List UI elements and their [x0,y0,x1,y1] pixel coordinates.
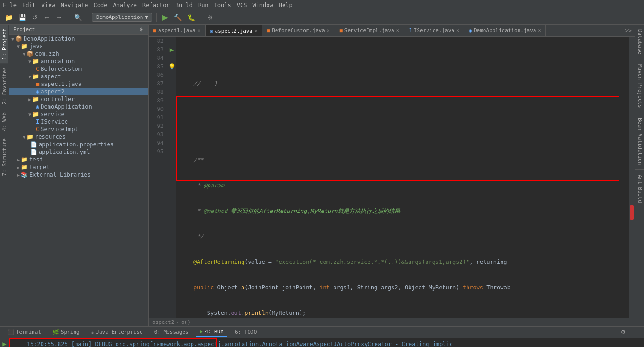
toolbar-search-btn[interactable]: 🔍 [72,13,84,22]
menu-refactor[interactable]: Refactor [142,2,170,8]
tree-item-aspect[interactable]: ▼ 📁 aspect [9,73,148,80]
code-editor[interactable]: 82 83 84 85 86 87 88 89 90 91 92 93 94 9… [149,37,635,318]
toolbar-save-btn[interactable]: 💾 [17,13,28,22]
menu-help[interactable]: Help [279,2,293,8]
menu-tools[interactable]: Tools [214,2,231,8]
tab-demoapplication[interactable]: ◉ DemoApplication.java × [464,25,546,37]
right-tab-bean[interactable]: Bean Validation [635,113,644,170]
tab-close-icon[interactable]: × [456,28,459,33]
run-play-icon[interactable]: ▶ [2,340,6,347]
menu-window[interactable]: Window [252,2,273,8]
tree-item-comzzh[interactable]: ▼ 📦 com.zzh [9,50,148,58]
hint-icon[interactable]: 💡 [168,63,176,70]
terminal-label: Terminal [16,329,41,335]
line-90-args2: args2, Object MyReturn) [381,283,462,292]
settings-btn[interactable]: ⚙ [205,13,215,22]
tree-item-service[interactable]: ▼ 📁 service [9,110,148,118]
tree-item-java[interactable]: ▼ 📁 java [9,42,148,50]
project-panel-settings-btn[interactable]: ⚙ [138,27,144,32]
right-tab-maven[interactable]: Maven Projects [635,59,644,113]
toolbar-forward-btn[interactable]: → [54,13,64,22]
right-tab-database[interactable]: Database [635,25,644,59]
tree-item-app-yml[interactable]: 📄 application.yml [9,148,148,156]
tree-item-iservice[interactable]: I IService [9,118,148,126]
tab-close-icon[interactable]: × [327,28,330,33]
right-tab-ant[interactable]: Ant Build [635,170,644,208]
menu-file[interactable]: File [3,2,17,8]
tab-terminal[interactable]: ⬛ Terminal [4,328,45,336]
tree-item-target[interactable]: ▶ 📁 target [9,163,148,171]
tab-more-btn[interactable]: >> [622,27,635,34]
project-selector[interactable]: DemoApplication ▼ [92,13,152,22]
tab-messages[interactable]: 0: Messages [151,328,192,336]
project-panel: Project ⚙ ▼ 📦 DemoApplication ▼ 📁 java ▼ [9,25,149,326]
menu-edit[interactable]: Edit [22,2,36,8]
tab-aspect2[interactable]: ◉ aspect2.java × [206,25,263,37]
toolbar-refresh-btn[interactable]: ↺ [30,13,40,22]
arrow-icon: ▼ [28,59,31,64]
toolbar: 📁 💾 ↺ ← → 🔍 DemoApplication ▼ ▶ 🔨 🐛 ⚙ [0,10,644,25]
tab-spring[interactable]: 🌿 Spring [49,328,84,336]
breadcrumb-method[interactable]: a() [181,319,191,325]
java-icon: ■ [36,81,39,87]
run-output[interactable]: 15:20:55.825 [main] DEBUG org.springfram… [9,338,644,347]
tab-close-icon[interactable]: × [254,28,257,34]
bottom-minimize-btn[interactable]: — [631,329,640,336]
debug-button[interactable]: 🐛 [185,13,197,22]
run-button[interactable]: ▶ [160,12,170,23]
structure-tab[interactable]: 7: Structure [0,135,8,179]
code-content[interactable]: // } /** * @param * @method 带返回值的AfterRe… [176,37,629,318]
line-89-ret: , returning [469,258,507,266]
tab-serviceimpl[interactable]: ■ ServiceImpl.java × [335,25,404,37]
tab-run[interactable]: ▶ 4: Run [196,328,227,337]
tab-java-enterprise[interactable]: ☕ Java Enterprise [87,328,147,336]
tree-item-annocation[interactable]: ▼ 📁 annocation [9,58,148,65]
menu-analyze[interactable]: Analyze [113,2,137,8]
tab-iservice[interactable]: I IService.java × [404,25,464,37]
arrow-icon: ▼ [23,51,25,57]
tree-item-test[interactable]: ▶ 📁 test [9,156,148,163]
line-89-str: "execution(* com.zzh.service.*.*(..))&&a… [275,258,469,266]
tree-item-beforecustom[interactable]: C BeforeCustom [9,65,148,73]
tab-aspect1[interactable]: ■ aspect1.java × [149,25,206,37]
output-line-1: 15:20:55.825 [main] DEBUG org.springfram… [13,340,640,347]
menu-code[interactable]: Code [94,2,108,8]
menu-navigate[interactable]: Navigate [61,2,88,8]
tree-item-aspect2[interactable]: ◉ aspect2 [9,88,148,95]
tree-item-serviceimpl[interactable]: C ServiceImpl [9,126,148,133]
tree-item-ext-libs[interactable]: ▶ 📚 External Libraries [9,171,148,178]
linenum-85: 85 [152,62,164,71]
tab-close-icon[interactable]: × [538,28,541,33]
tab-beforecustom[interactable]: ■ BeforeCustom.java × [262,25,335,37]
code-line-90: public Object a(JoinPoint joinPoint, int… [180,283,625,292]
tree-label: aspect [41,73,61,80]
tree-item-resources[interactable]: ▼ 📁 resources [9,133,148,141]
gutter-92: 💡 [167,62,176,71]
tab-close-icon[interactable]: × [198,28,201,33]
tab-close-icon[interactable]: × [396,28,399,33]
breadcrumb-aspect2[interactable]: aspect2 [152,319,174,325]
favorites-tab[interactable]: 2: Favorites [0,63,8,108]
java-class-icon: C [36,66,39,72]
menu-vcs[interactable]: VCS [237,2,247,8]
menu-build[interactable]: Build [176,2,192,8]
linenum-86: 86 [152,71,164,79]
tree-item-project[interactable]: ▼ 📦 DemoApplication [9,35,148,42]
run-gutter-icon[interactable]: ▶ [170,46,174,53]
tree-item-demoapplication[interactable]: ◉ DemoApplication [9,103,148,110]
tree-item-app-properties[interactable]: 📄 application.properties [9,141,148,148]
project-tab[interactable]: 1: Project [0,25,8,63]
gutter-90: ▶ [167,45,176,54]
web-tab[interactable]: 4: Web [0,109,8,135]
menu-view[interactable]: View [42,2,55,8]
tree-item-controller[interactable]: ▶ 📁 controller [9,95,148,103]
toolbar-back-btn[interactable]: ← [42,13,52,22]
folder-icon: 📁 [32,96,39,102]
build-button[interactable]: 🔨 [172,13,184,22]
tab-todo[interactable]: 6: TODO [231,328,260,336]
tab-label: DemoApplication.java [474,27,536,34]
toolbar-open-btn[interactable]: 📁 [3,13,15,22]
bottom-settings-btn[interactable]: ⚙ [619,328,627,336]
tree-item-aspect1[interactable]: ■ aspect1.java [9,80,148,88]
menu-run[interactable]: Run [198,2,209,8]
